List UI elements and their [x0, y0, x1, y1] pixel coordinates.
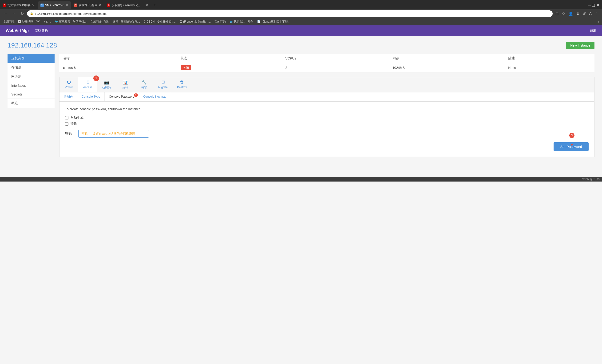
bookmark-6[interactable]: Z zFrontier 装备前线 - ... — [179, 19, 212, 24]
tab-1-label: 写文章-CSDN博客 — [8, 3, 31, 7]
annotation-3-container: 3 — [569, 133, 574, 148]
auto-generate-label: 自动生成 — [70, 116, 84, 120]
clear-row: 清除 — [65, 122, 589, 126]
col-status: 状态 — [177, 54, 281, 63]
forward-button[interactable]: → — [11, 11, 17, 16]
tab-4-favicon: C — [107, 3, 110, 7]
sub-tab-console[interactable]: 控制台 — [60, 92, 77, 101]
menu-icon[interactable]: ⋮ — [594, 11, 600, 16]
bookmark-1[interactable]: 🅱 哔哩哔哩（°∀°）っロ... — [17, 19, 52, 24]
new-instance-button[interactable]: New Instance — [566, 42, 594, 49]
tab-2[interactable]: V VMs - centos-8 ✕ — [38, 1, 71, 9]
bookmark-3[interactable]: 在线翻译_有道 — [89, 19, 110, 24]
minimize-button[interactable]: ─ — [588, 3, 591, 8]
action-tab-settings-label: 设置 — [141, 86, 147, 90]
history-icon[interactable]: ↺ — [582, 11, 587, 16]
bookmark-5[interactable]: C CSDN - 专业开发者社... — [143, 19, 177, 24]
migrate-icon: 🖥 — [161, 80, 165, 85]
action-tab-snapshot[interactable]: 📷 快照池 — [97, 77, 116, 92]
clear-checkbox[interactable] — [65, 122, 68, 126]
sub-tabs: 控制台 Console Type Console Password 2 Cons… — [59, 92, 594, 102]
action-tab-power[interactable]: ⏻ Power — [60, 77, 78, 92]
main-panel: 名称 状态 VCPUs 内存 描述 centos-8 关闭 2 1024 — [59, 54, 594, 157]
new-tab-button[interactable]: + — [151, 1, 159, 9]
sub-tab-console-keymap[interactable]: Console Keymap — [139, 92, 171, 101]
vm-name[interactable]: centos-8 — [59, 63, 177, 72]
tab-2-favicon: V — [41, 3, 44, 7]
power-icon: ⏻ — [67, 80, 71, 85]
clear-label: 清除 — [70, 122, 77, 126]
auto-generate-checkbox[interactable] — [65, 116, 68, 119]
sub-tab-console-password[interactable]: Console Password 2 — [105, 92, 139, 101]
bookmark-4[interactable]: 微博 - 随时随地发现... — [112, 19, 141, 24]
action-tab-settings[interactable]: 🔧 设置 — [135, 77, 154, 92]
sub-tab-console-label: 控制台 — [64, 95, 73, 98]
action-tabs: ⏻ Power 🖥 Access 1 📷 快照池 📊 统计 🔧 — [59, 77, 594, 92]
password-row: 密码 — [65, 130, 589, 138]
console-info-message: To create console password, shutdown the… — [65, 107, 589, 111]
tab-4[interactable]: C (2条消息) kvm虚拟化_A pana... ✕ — [104, 1, 151, 9]
reload-button[interactable]: ↻ — [19, 11, 25, 16]
app-nav-infrastructure[interactable]: 基础架构 — [35, 29, 48, 33]
tab-2-close[interactable]: ✕ — [66, 3, 68, 7]
nav-actions: ⊞ ☆ 👤 ⬇ ↺ A ⋮ — [555, 11, 600, 16]
tab-4-close[interactable]: ✕ — [146, 3, 148, 7]
action-tab-migrate[interactable]: 🖥 Migrate — [154, 77, 172, 92]
bookmark-2[interactable]: 🐦 菜鸟教程 - 学的不仅... — [54, 19, 87, 24]
close-window-button[interactable]: ✕ — [596, 3, 600, 8]
stats-icon: 📊 — [123, 80, 128, 85]
col-name: 名称 — [59, 54, 177, 63]
vm-memory: 1024MB — [389, 63, 505, 72]
content-layout: 虚机实例 存储池 网络池 Interfaces Secrets 概览 名称 状态… — [8, 54, 594, 157]
sidebar-item-vms[interactable]: 虚机实例 — [8, 54, 54, 63]
tab-3-close[interactable]: ✕ — [98, 3, 101, 7]
action-tab-access[interactable]: 🖥 Access 1 — [78, 77, 97, 92]
col-memory: 内存 — [389, 54, 505, 63]
sidebar-item-overview[interactable]: 概览 — [8, 99, 54, 108]
download-icon[interactable]: ⬇ — [575, 11, 580, 16]
bookmark-9[interactable]: 📄 【Linux三剑客】下架... — [256, 19, 291, 24]
sidebar: 虚机实例 存储池 网络池 Interfaces Secrets 概览 — [8, 54, 54, 157]
app-logout-button[interactable]: 退出 — [590, 29, 596, 33]
tab-3[interactable]: 在 在线翻译_有道 ✕ — [71, 1, 104, 9]
back-button[interactable]: ← — [2, 11, 9, 16]
bookmark-8[interactable]: 🐟 我的关注 - 斗鱼 — [229, 19, 254, 24]
vm-desc: None — [505, 63, 594, 72]
action-tab-stats[interactable]: 📊 统计 — [116, 77, 135, 92]
bookmark-0[interactable]: 常用网址 — [2, 19, 16, 24]
password-input[interactable] — [78, 130, 149, 138]
bookmark-icon[interactable]: ☆ — [561, 11, 566, 16]
action-tab-migrate-label: Migrate — [158, 86, 168, 89]
vm-status: 关闭 — [177, 63, 281, 72]
tab-1[interactable]: C 写文章-CSDN博客 ✕ — [0, 1, 38, 9]
sidebar-item-network[interactable]: 网络池 — [8, 72, 54, 81]
col-desc: 描述 — [505, 54, 594, 63]
bookmarks-more[interactable]: » — [598, 20, 600, 23]
settings-icon: 🔧 — [141, 80, 147, 85]
tab-3-label: 在线翻译_有道 — [79, 3, 97, 7]
action-tab-destroy[interactable]: 🗑 Destroy — [172, 77, 191, 92]
col-vcpus: VCPUs — [282, 54, 389, 63]
profile-icon[interactable]: 👤 — [568, 11, 574, 16]
translate-icon[interactable]: A — [588, 11, 593, 16]
extensions-icon[interactable]: ⊞ — [555, 11, 559, 16]
snapshot-icon: 📷 — [104, 80, 109, 85]
action-tab-power-label: Power — [65, 86, 73, 89]
bookmarks-bar: 常用网址 🅱 哔哩哔哩（°∀°）っロ... 🐦 菜鸟教程 - 学的不仅... 在… — [0, 18, 602, 25]
bookmark-7[interactable]: 我的订购 — [214, 19, 227, 24]
sub-tab-console-type[interactable]: Console Type — [77, 92, 105, 101]
address-bar[interactable]: 🔒 192.168.164.128/instance/1/centos-8/#i… — [27, 10, 553, 17]
sidebar-item-secrets[interactable]: Secrets — [8, 90, 54, 99]
page-title: 192.168.164.128 — [8, 42, 57, 49]
console-password-panel: To create console password, shutdown the… — [59, 102, 594, 157]
tab-3-favicon: 在 — [74, 3, 77, 7]
annotation-3-badge: 3 — [569, 133, 574, 138]
app-content: 192.168.164.128 New Instance 虚机实例 存储池 网络… — [0, 36, 602, 177]
set-password-area: 3 Set Password — [65, 142, 589, 151]
sidebar-item-interfaces[interactable]: Interfaces — [8, 81, 54, 90]
tab-bar: C 写文章-CSDN博客 ✕ V VMs - centos-8 ✕ 在 在线翻译… — [0, 0, 602, 9]
maximize-button[interactable]: □ — [592, 3, 595, 8]
sidebar-item-storage[interactable]: 存储池 — [8, 63, 54, 72]
tab-1-close[interactable]: ✕ — [32, 3, 35, 7]
status-badge: 关闭 — [181, 65, 191, 70]
